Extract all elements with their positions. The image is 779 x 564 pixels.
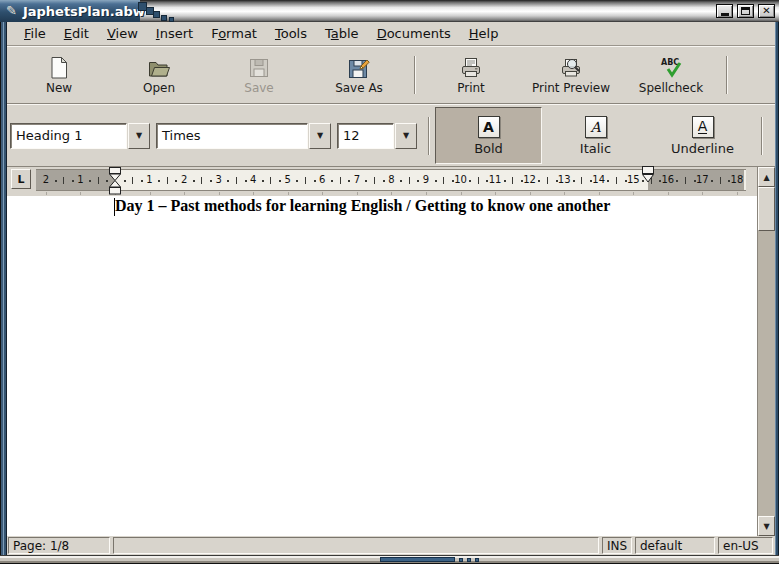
minimize-button[interactable] — [716, 4, 733, 18]
menu-item-documents[interactable]: Documents — [368, 24, 460, 43]
ruler-dot — [314, 180, 316, 182]
save-as-floppy-icon — [347, 56, 371, 80]
right-indent-marker[interactable] — [641, 166, 655, 192]
font-dropdown-value[interactable]: Times — [156, 123, 308, 149]
ruler-dot — [175, 180, 177, 182]
ruler-dot — [417, 180, 419, 182]
save-floppy-icon — [247, 56, 271, 80]
ruler-dot — [279, 180, 281, 182]
ruler-number: 9 — [423, 174, 429, 185]
spellcheck-button[interactable]: ABCSpellcheck — [621, 48, 721, 102]
font-dropdown[interactable]: Times ▼ — [156, 123, 331, 149]
ruler-number: 1 — [77, 174, 83, 185]
ruler-dot — [227, 180, 229, 182]
vertical-scrollbar[interactable]: ▲ ▼ — [757, 167, 775, 536]
minimize-icon — [721, 13, 729, 16]
ruler-dot — [55, 180, 57, 182]
window-title: JaphetsPlan.abw — [23, 4, 145, 19]
scroll-up-button[interactable]: ▲ — [758, 167, 775, 187]
ruler-tick — [374, 177, 375, 184]
scrollbar-thumb[interactable] — [758, 187, 775, 231]
toolbar-separator — [761, 117, 763, 155]
ruler-number: 18 — [731, 174, 744, 185]
style-dropdown-value[interactable]: Heading 1 — [10, 123, 127, 149]
print-preview-button[interactable]: Print Preview — [521, 48, 621, 102]
close-button[interactable]: ✕ — [758, 4, 775, 18]
menu-item-tools[interactable]: Tools — [266, 24, 316, 43]
ruler-dot — [590, 180, 592, 182]
ruler-minor-tick — [461, 192, 462, 195]
ruler-number: 15 — [627, 174, 640, 185]
window-left-border — [0, 22, 7, 555]
font-size-dropdown[interactable]: 12 ▼ — [337, 123, 417, 149]
ruler-tick — [305, 177, 306, 184]
maximize-icon — [741, 7, 750, 15]
menu-item-table[interactable]: Table — [316, 24, 368, 43]
document-heading-text[interactable]: Day 1 – Past methods for learning Englis… — [115, 197, 610, 215]
maximize-button[interactable] — [737, 4, 754, 18]
ruler-dot — [676, 180, 678, 182]
ruler-minor-tick — [46, 192, 47, 195]
border-decoration — [459, 558, 463, 562]
scroll-down-button[interactable]: ▼ — [758, 516, 775, 536]
ruler-number: 12 — [523, 174, 536, 185]
scrollbar-trough[interactable] — [758, 231, 775, 516]
language-indicator[interactable]: en-US — [718, 537, 773, 554]
ruler-dot — [193, 180, 195, 182]
chevron-down-icon[interactable]: ▼ — [309, 123, 331, 149]
menu-item-format[interactable]: Format — [202, 24, 266, 43]
ruler-tick — [547, 177, 548, 184]
open-button[interactable]: Open — [109, 48, 209, 102]
italic-button[interactable]: AItalic — [542, 107, 649, 164]
ruler-dot — [538, 180, 540, 182]
ruler-tick — [685, 177, 686, 184]
menu-item-help[interactable]: Help — [460, 24, 508, 43]
menu-item-view[interactable]: View — [98, 24, 147, 43]
underline-button[interactable]: AUnderline — [649, 107, 756, 164]
insert-mode-indicator[interactable]: INS — [602, 537, 632, 554]
ruler-dot — [348, 180, 350, 182]
ruler-dot — [89, 180, 91, 182]
tab-selector-button[interactable]: L — [11, 169, 31, 189]
printer-icon — [459, 56, 483, 80]
new-button[interactable]: New — [9, 48, 109, 102]
bold-button[interactable]: ABold — [435, 107, 542, 164]
bold-icon: A — [478, 116, 500, 138]
titlebar-decoration — [169, 17, 174, 22]
ruler-dot — [435, 180, 437, 182]
ruler-scale[interactable]: 21123456789101112131415161718 — [36, 169, 746, 191]
ruler-dot — [210, 180, 212, 182]
ruler-tick — [236, 177, 237, 184]
print-preview-icon — [559, 56, 583, 80]
save-as-button[interactable]: Save As — [309, 48, 409, 102]
print-button[interactable]: Print — [421, 48, 521, 102]
document-page[interactable]: Day 1 – Past methods for learning Englis… — [7, 196, 757, 536]
ruler-dot — [158, 180, 160, 182]
ruler-minor-tick — [426, 192, 427, 195]
titlebar-decoration — [161, 15, 167, 21]
left-indent-marker[interactable] — [108, 167, 122, 199]
ruler-minor-tick — [668, 192, 669, 195]
ruler-tick — [167, 177, 168, 184]
menu-item-file[interactable]: File — [15, 24, 55, 43]
chevron-down-icon[interactable]: ▼ — [395, 123, 417, 149]
title-bar[interactable]: ✎ JaphetsPlan.abw ✕ — [0, 0, 779, 22]
font-size-dropdown-value[interactable]: 12 — [337, 123, 394, 149]
status-message-area — [113, 537, 599, 554]
ruler-dot — [728, 180, 730, 182]
ruler-dot — [694, 180, 696, 182]
style-dropdown[interactable]: Heading 1 ▼ — [10, 123, 150, 149]
main-toolbar: NewOpenSaveSave AsPrintPrint PreviewABCS… — [7, 46, 775, 104]
menu-item-insert[interactable]: Insert — [147, 24, 202, 43]
ruler-minor-tick — [80, 192, 81, 195]
abiword-icon: ✎ — [6, 3, 17, 19]
ruler-minor-tick — [737, 192, 738, 195]
window-bottom-border — [0, 555, 779, 564]
title-bar-active-area: ✎ JaphetsPlan.abw — [0, 0, 140, 22]
chevron-down-icon[interactable]: ▼ — [128, 123, 150, 149]
ruler-minor-tick — [564, 192, 565, 195]
menu-item-edit[interactable]: Edit — [55, 24, 98, 43]
ruler-minor-tick — [322, 192, 323, 195]
window-content: FileEditViewInsertFormatToolsTableDocume… — [7, 22, 775, 555]
ruler-dot — [245, 180, 247, 182]
